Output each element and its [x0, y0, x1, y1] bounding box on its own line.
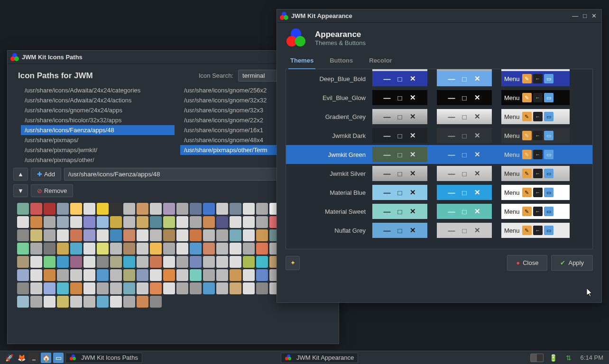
icon-item[interactable] [163, 256, 175, 268]
close-icon[interactable]: ✕ [591, 12, 597, 19]
icon-item[interactable] [256, 282, 268, 294]
maximize-icon[interactable]: □ [583, 12, 587, 19]
icon-item[interactable] [216, 216, 228, 228]
icon-item[interactable] [216, 229, 228, 241]
icon-item[interactable] [44, 203, 55, 215]
icon-item[interactable] [97, 203, 109, 215]
icon-item[interactable] [97, 269, 109, 281]
icon-item[interactable] [17, 216, 29, 228]
add-button[interactable]: ✚Add [31, 168, 61, 181]
path-item[interactable]: /usr/share/pixmaps/ [21, 135, 175, 145]
icon-item[interactable] [230, 282, 241, 294]
icon-item[interactable] [57, 229, 69, 241]
icon-item[interactable] [190, 269, 202, 281]
icon-item[interactable] [83, 296, 95, 308]
icon-item[interactable] [97, 256, 109, 268]
icon-item[interactable] [110, 296, 122, 308]
icon-item[interactable] [83, 216, 95, 228]
icon-item[interactable] [83, 203, 95, 215]
icon-item[interactable] [230, 256, 241, 268]
theme-row[interactable]: Jwmkit Dark—□✕—□✕Menu✎←▭ [286, 126, 592, 145]
icon-item[interactable] [243, 256, 255, 268]
task-icons-paths[interactable]: JWM Kit Icons Paths [65, 353, 142, 363]
icon-item[interactable] [150, 216, 162, 228]
icon-item[interactable] [44, 229, 55, 241]
remove-button[interactable]: ⊘Remove [31, 184, 73, 197]
theme-row[interactable]: Material Blue—□✕—□✕Menu✎←▭ [286, 183, 592, 202]
icon-item[interactable] [150, 203, 162, 215]
icon-item[interactable] [150, 256, 162, 268]
path-item[interactable]: /usr/share/pixmaps/other/ [21, 155, 175, 165]
icon-item[interactable] [137, 256, 148, 268]
icon-item[interactable] [57, 243, 69, 255]
icon-item[interactable] [163, 216, 175, 228]
icon-item[interactable] [123, 203, 135, 215]
icon-item[interactable] [30, 256, 42, 268]
icon-item[interactable] [190, 229, 202, 241]
icon-item[interactable] [123, 296, 135, 308]
icon-item[interactable] [137, 243, 148, 255]
path-item[interactable]: /usr/share/icons/Faenza/apps/48 [21, 125, 175, 135]
icon-item[interactable] [176, 216, 188, 228]
icon-item[interactable] [230, 269, 241, 281]
icon-item[interactable] [216, 256, 228, 268]
icon-item[interactable] [230, 216, 241, 228]
theme-list[interactable]: Darkgray—□✕—□✕Menu✎←▭Deep_Blue_Bold—□✕—□… [286, 69, 593, 249]
icon-item[interactable] [70, 243, 82, 255]
icon-item[interactable] [97, 216, 109, 228]
icon-item[interactable] [150, 243, 162, 255]
icon-item[interactable] [44, 243, 55, 255]
icon-item[interactable] [243, 269, 255, 281]
icon-item[interactable] [57, 203, 69, 215]
icon-item[interactable] [137, 203, 148, 215]
theme-row[interactable]: Material Sweet—□✕—□✕Menu✎←▭ [286, 202, 592, 221]
icon-item[interactable] [70, 282, 82, 294]
icon-item[interactable] [243, 282, 255, 294]
icon-item[interactable] [150, 229, 162, 241]
icon-item[interactable] [17, 229, 29, 241]
network-icon[interactable]: ⇅ [563, 353, 574, 363]
icon-item[interactable] [216, 243, 228, 255]
theme-row[interactable]: Jwmkit Green—□✕—□✕Menu✎←▭ [286, 145, 592, 164]
left-path-list[interactable]: /usr/share/icons/Adwaita/24x24/categorie… [21, 85, 175, 161]
icon-item[interactable] [176, 256, 188, 268]
icon-item[interactable] [123, 216, 135, 228]
icon-item[interactable] [110, 203, 122, 215]
icon-item[interactable] [203, 203, 215, 215]
menu-icon[interactable]: 🚀 [4, 353, 14, 363]
icon-item[interactable] [110, 256, 122, 268]
show-desktop-icon[interactable]: ▭ [53, 353, 64, 363]
favorite-button[interactable]: ✦ [286, 256, 300, 270]
icon-item[interactable] [44, 282, 55, 294]
icon-item[interactable] [30, 282, 42, 294]
battery-icon[interactable]: 🔋 [548, 353, 559, 363]
icon-item[interactable] [30, 243, 42, 255]
icon-item[interactable] [150, 269, 162, 281]
theme-row[interactable]: Gradient_Grey—□✕—□✕Menu✎←▭ [286, 107, 592, 126]
icon-item[interactable] [17, 243, 29, 255]
icon-item[interactable] [30, 203, 42, 215]
icon-item[interactable] [230, 229, 241, 241]
icon-item[interactable] [190, 256, 202, 268]
icon-item[interactable] [123, 256, 135, 268]
icon-item[interactable] [190, 243, 202, 255]
icon-item[interactable] [230, 243, 241, 255]
icon-item[interactable] [230, 203, 241, 215]
icon-item[interactable] [176, 203, 188, 215]
icon-item[interactable] [256, 216, 268, 228]
icon-item[interactable] [176, 282, 188, 294]
icon-item[interactable] [70, 203, 82, 215]
icon-item[interactable] [203, 256, 215, 268]
appearance-titlebar[interactable]: JWM Kit Appearance — □ ✕ [277, 9, 601, 23]
icon-item[interactable] [70, 229, 82, 241]
icon-item[interactable] [17, 203, 29, 215]
icon-item[interactable] [256, 243, 268, 255]
apply-button[interactable]: ✔Apply [551, 255, 593, 271]
icon-item[interactable] [70, 296, 82, 308]
theme-row[interactable]: Deep_Blue_Bold—□✕—□✕Menu✎←▭ [286, 69, 592, 88]
theme-row[interactable]: Evil_Blue_Glow—□✕—□✕Menu✎←▭ [286, 88, 592, 107]
icon-item[interactable] [216, 269, 228, 281]
move-down-button[interactable]: ▼ [13, 184, 28, 197]
icon-item[interactable] [176, 269, 188, 281]
icon-item[interactable] [256, 203, 268, 215]
